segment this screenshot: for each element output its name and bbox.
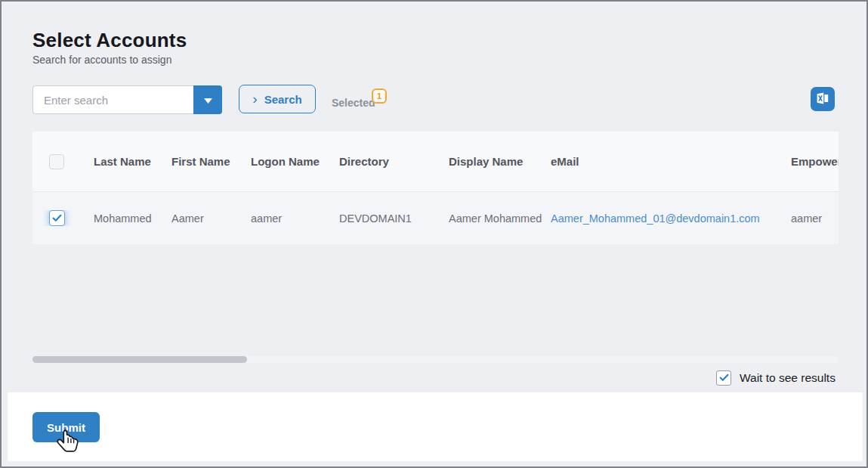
column-header-directory[interactable]: Directory [339, 155, 449, 168]
row-checkbox-cell [32, 210, 94, 226]
wait-to-see-results-label: Wait to see results [740, 371, 836, 385]
accounts-table: Last Name First Name Logon Name Director… [32, 132, 839, 244]
chevron-down-icon [204, 95, 212, 106]
row-select-checkbox[interactable] [49, 210, 65, 226]
column-header-last-name[interactable]: Last Name [94, 155, 171, 168]
column-header-logon-name[interactable]: Logon Name [251, 155, 339, 168]
column-header-email[interactable]: eMail [551, 155, 791, 168]
search-button[interactable]: › Search [239, 85, 316, 113]
footer-bar: Submit [8, 392, 863, 461]
column-header-empower[interactable]: Empower [791, 155, 839, 168]
cell-directory: DEVDOMAIN1 [339, 212, 449, 225]
cell-display-name: Aamer Mohammed [449, 212, 551, 225]
cell-first-name: Aamer [171, 212, 251, 225]
chevron-right-icon: › [252, 91, 257, 106]
selected-count-badge: 1 [372, 88, 387, 104]
cell-email-link[interactable]: Aamer_Mohammed_01@devdomain1.com [551, 212, 760, 225]
table-header-row: Last Name First Name Logon Name Director… [32, 132, 839, 192]
header-checkbox-cell [32, 154, 94, 169]
submit-button[interactable]: Submit [32, 412, 100, 442]
horizontal-scrollbar-track[interactable] [32, 356, 839, 363]
wait-to-see-results-group: Wait to see results [716, 370, 836, 386]
search-button-label: Search [264, 93, 302, 106]
page-title: Select Accounts [32, 29, 187, 52]
checkmark-icon [52, 212, 62, 225]
search-input[interactable] [32, 85, 193, 114]
cell-logon-name: aamer [251, 212, 339, 225]
table-row[interactable]: Mohammed Aamer aamer DEVDOMAIN1 Aamer Mo… [32, 192, 839, 244]
excel-icon [815, 91, 830, 108]
export-to-excel-button[interactable] [811, 87, 835, 111]
wait-to-see-results-checkbox[interactable] [716, 370, 731, 386]
selected-label: Selected [332, 97, 375, 109]
search-type-dropdown-button[interactable] [193, 85, 222, 114]
page-subtitle: Search for accounts to assign [32, 54, 171, 66]
column-header-first-name[interactable]: First Name [171, 155, 251, 168]
select-accounts-dialog: Select Accounts Search for accounts to a… [0, 0, 868, 468]
select-all-checkbox[interactable] [49, 154, 64, 169]
search-group [32, 85, 222, 114]
cell-empower: aamer [791, 212, 839, 225]
horizontal-scrollbar-thumb[interactable] [32, 356, 247, 363]
cell-last-name: Mohammed [94, 212, 171, 225]
column-header-display-name[interactable]: Display Name [449, 155, 551, 168]
checkmark-icon [719, 371, 729, 385]
